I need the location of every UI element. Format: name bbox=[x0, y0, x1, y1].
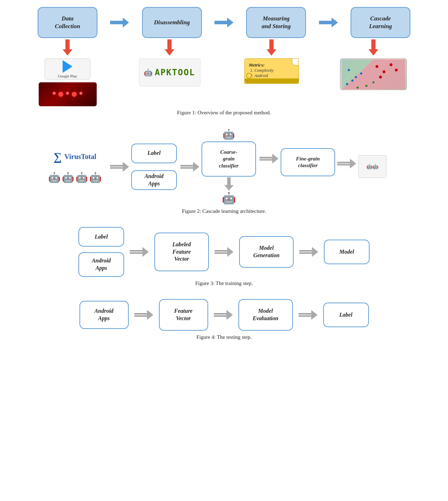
svg-point-14 bbox=[365, 85, 367, 87]
svg-point-8 bbox=[376, 65, 378, 68]
fig3-model-generation-box: Model Generation bbox=[239, 236, 294, 268]
svg-point-3 bbox=[348, 69, 350, 71]
google-play-label: Google Play bbox=[58, 74, 77, 78]
fig1-diagram: Data Collection Disassembling bbox=[31, 7, 417, 106]
output-placeholder: 🤖🤖 bbox=[358, 155, 386, 178]
svg-point-13 bbox=[372, 81, 375, 83]
fig1-col4-images bbox=[337, 58, 410, 90]
fig3-caption: Figure 3: The training step. bbox=[195, 280, 252, 286]
fig1-col-3: Measuring and Storing bbox=[239, 7, 313, 38]
scroll-bottom-curl bbox=[246, 73, 252, 78]
fine-grain-box: Fine-grain classifier bbox=[281, 148, 335, 176]
fig1-col3-images: Metrics: 1. Complexity 2. Android bbox=[235, 58, 308, 84]
fig1-images-row: Google Play bbox=[31, 58, 417, 106]
fig2-diagram: ∑ VirusTotal 🤖 🤖 🤖 🤖 Label bbox=[48, 128, 400, 205]
figure-2: ∑ VirusTotal 🤖 🤖 🤖 🤖 Label bbox=[14, 128, 434, 214]
label-box: Label bbox=[131, 144, 177, 163]
classifier-image bbox=[340, 58, 407, 90]
fig1-col3-arrow bbox=[235, 39, 308, 56]
fig3-arrow-2 bbox=[215, 247, 233, 257]
svg-point-6 bbox=[346, 83, 348, 85]
metrics-item-2: 2. Android bbox=[250, 73, 294, 78]
android-icon-3: 🤖 bbox=[76, 172, 88, 183]
fig4-arrow-1 bbox=[134, 310, 153, 320]
measuring-storing-box: Measuring and Storing bbox=[246, 7, 306, 38]
virustotal-logo: ∑ VirusTotal bbox=[53, 150, 96, 163]
down-arrow-red-3 bbox=[267, 39, 276, 56]
fig2-output-image: 🤖🤖 bbox=[358, 155, 386, 178]
virustotal-label: VirusTotal bbox=[64, 153, 96, 161]
svg-point-9 bbox=[383, 70, 385, 73]
fig2-caption: Figure 2: Cascade learning architecture. bbox=[182, 208, 266, 214]
down-arrow-hollow-1 bbox=[224, 177, 233, 191]
fig4-model-evaluation-box: Model Evaluation bbox=[238, 299, 293, 331]
fig1-arrow-2-3 bbox=[209, 18, 239, 27]
fig2-fine-col: Fine-grain classifier bbox=[281, 148, 335, 176]
fig3-diagram: Label Android Apps Labeled Feature Vecto… bbox=[66, 227, 382, 277]
fig1-col-4: Cascade Learning bbox=[344, 7, 417, 38]
svg-point-11 bbox=[395, 69, 398, 71]
malware-dots bbox=[53, 92, 82, 97]
fig1-col4-arrow bbox=[337, 39, 410, 56]
arrow-right-icon bbox=[319, 18, 338, 27]
down-arrow-red-4 bbox=[369, 39, 378, 56]
scatter-svg bbox=[342, 59, 405, 89]
play-triangle-icon bbox=[63, 60, 72, 73]
fig3-labeled-feature-vector-box: Labeled Feature Vector bbox=[154, 233, 209, 271]
arrow-right-icon bbox=[215, 18, 233, 27]
fig2-main-row: ∑ VirusTotal 🤖 🤖 🤖 🤖 Label bbox=[48, 128, 400, 205]
down-arrow-red-2 bbox=[165, 39, 174, 56]
fig2-arrow-4 bbox=[337, 159, 356, 169]
fig1-col-1: Data Collection bbox=[31, 7, 104, 38]
fig3-model-box: Model bbox=[324, 240, 370, 264]
fig1-arrow-1-2 bbox=[104, 18, 135, 27]
data-collection-box: Data Collection bbox=[38, 7, 97, 38]
svg-point-4 bbox=[355, 76, 357, 78]
fig1-col2-arrow bbox=[133, 39, 206, 56]
fig1-col2-images: 🤖 APKTOOL bbox=[133, 58, 206, 87]
sigma-icon: ∑ bbox=[53, 150, 62, 163]
fig4-arrow-3 bbox=[299, 310, 318, 320]
metrics-item-1: 1. Complexity bbox=[250, 68, 294, 73]
fig3-label-box: Label bbox=[78, 227, 124, 247]
android-apps-box: Android Apps bbox=[131, 170, 177, 190]
fig2-arrow-1 bbox=[110, 162, 129, 172]
android-icon-below-coarse: 🤖 bbox=[222, 191, 236, 205]
fig2-coarse-col: 🤖 Coarse- grain classifier 🤖 bbox=[201, 128, 256, 205]
android-icons-row: 🤖 🤖 🤖 🤖 bbox=[48, 172, 102, 183]
figure-4: Android Apps Feature Vector Model Evalua… bbox=[14, 299, 434, 340]
apktool-image: 🤖 APKTOOL bbox=[139, 58, 200, 87]
fig1-col1-images: Google Play bbox=[31, 58, 104, 106]
svg-point-12 bbox=[379, 76, 382, 78]
android-icon-red: 🤖 bbox=[89, 172, 102, 183]
arrow-right-icon bbox=[110, 18, 129, 27]
fig4-android-apps-box: Android Apps bbox=[79, 301, 129, 329]
svg-point-7 bbox=[360, 72, 362, 75]
figure-3: Label Android Apps Labeled Feature Vecto… bbox=[14, 227, 434, 286]
fig3-left-col: Label Android Apps bbox=[78, 227, 124, 277]
scroll-curl bbox=[292, 58, 299, 65]
fig3-android-apps-box: Android Apps bbox=[78, 252, 124, 277]
fig3-arrow-1 bbox=[130, 247, 149, 257]
malware-image bbox=[39, 82, 97, 106]
fig4-arrow-2 bbox=[214, 310, 233, 320]
android-icon-1: 🤖 bbox=[48, 172, 60, 183]
fig1-col-2: Disassembling bbox=[135, 7, 209, 38]
svg-point-5 bbox=[351, 80, 353, 82]
cascade-learning-box: Cascade Learning bbox=[351, 7, 410, 38]
figure-1: Data Collection Disassembling bbox=[14, 7, 434, 116]
android-icon-above-coarse: 🤖 bbox=[223, 128, 235, 140]
fig4-label-box: Label bbox=[323, 303, 369, 327]
fig3-arrow-3 bbox=[299, 247, 318, 257]
fig1-arrow-3-4 bbox=[313, 18, 344, 27]
apktool-text: APKTOOL bbox=[155, 68, 195, 77]
fig1-down-arrows-row bbox=[31, 39, 417, 56]
fig1-caption: Figure 1: Overview of the proposed metho… bbox=[177, 110, 271, 116]
fig2-left-col: ∑ VirusTotal 🤖 🤖 🤖 🤖 bbox=[48, 150, 102, 183]
android-icon-2: 🤖 bbox=[62, 172, 74, 183]
fig4-diagram: Android Apps Feature Vector Model Evalua… bbox=[66, 299, 382, 331]
disassembling-box: Disassembling bbox=[142, 7, 202, 38]
fig4-feature-vector-box: Feature Vector bbox=[159, 299, 208, 331]
svg-point-15 bbox=[357, 87, 359, 89]
down-arrow-red-1 bbox=[63, 39, 72, 56]
